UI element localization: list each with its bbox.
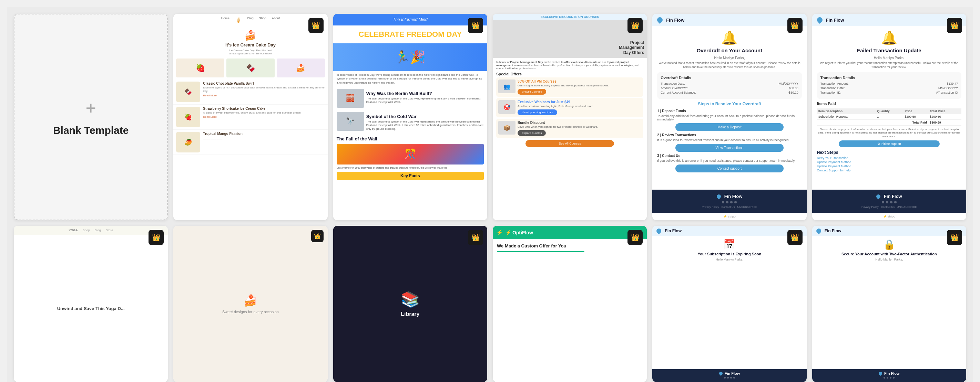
tfa-subtitle: Hello Marilyn Parks, (816, 258, 962, 261)
freedom-section-2-desc: The Wall became a symbol of the Cold War… (366, 120, 484, 131)
yoga-nav-blog: Blog (95, 228, 101, 232)
failed-stripo: ⚡ stripo (812, 213, 966, 220)
next-steps-title: Next Steps (817, 150, 961, 155)
freedom-day-template-card[interactable]: 👑 The Informed Mind CELEBRATE FREEDOM DA… (333, 14, 487, 220)
freedom-fall-title: The Fall of the Wall (337, 136, 484, 141)
next-step-3[interactable]: Update Payment Method (817, 165, 961, 168)
fin-flow-overdraft-card[interactable]: 👑 Fin Flow 🔔 Overdraft on Your Account H… (652, 14, 806, 220)
crown-badge-2fa: 👑 (947, 230, 962, 245)
yoga-template-card[interactable]: 👑 YOGA Shop Blog Store Unwind and Save T… (14, 226, 168, 382)
crown-badge-failed: 👑 (947, 18, 962, 33)
freedom-masthead: The Informed Mind (337, 17, 484, 22)
overdraft-subtitle: Hello Marilyn Parks, (657, 56, 802, 60)
crown-badge-subscription: 👑 (788, 230, 803, 245)
crown-badge: 👑 (148, 230, 164, 245)
ice-cream-item-3-desc: _____ ____ ____ (203, 136, 325, 139)
resolve-steps-title: Steps to Resolve Your Overdraft (657, 101, 802, 106)
next-step-2[interactable]: Update Payment Method (817, 160, 961, 164)
failed-logo: Fin Flow (826, 17, 844, 23)
blank-plus-icon: + (86, 98, 96, 118)
freedom-day-title: CELEBRATE FREEDOM DAY (337, 27, 484, 41)
pm-all-courses-btn[interactable]: See All Courses (559, 142, 581, 145)
items-total-row: Total Paid $300.99 (817, 119, 961, 125)
next-step-4[interactable]: Contact Support for help (817, 169, 961, 172)
ice-cream-item-2-desc: A blend of sweet strawberries, crispy cr… (203, 111, 325, 115)
library-label: Library (401, 311, 419, 317)
fin-flow-overdraft-logo: Fin Flow (666, 17, 684, 23)
failed-cta-btn[interactable]: ♻ Initiate support (877, 142, 901, 146)
project-management-template-card[interactable]: 👑 EXCLUSIVE DISCOUNTS ON COURSES Project… (493, 14, 647, 220)
freedom-section-2-title: Symbol of the Cold War (366, 114, 484, 119)
optiflow-brand: ⚡ OptiFlow (505, 230, 533, 235)
library-template-card[interactable]: 👑 📚 Library (333, 226, 487, 382)
subscription-title: Your Subscription is Expiring Soon (656, 252, 802, 257)
ice-cream-nav-home: Home (221, 16, 229, 23)
tfa-title: Secure Your Account with Two-Factor Auth… (816, 252, 962, 257)
failed-footer-logo: Fin Flow (884, 194, 902, 199)
crown-badge-pm: 👑 (627, 18, 643, 33)
failed-title: Failed Transaction Update (817, 48, 961, 53)
freedom-key-facts-label: Key Facts (338, 173, 482, 178)
ice-cream-item-1-title: Classic Chocolate Vanilla Swirl (203, 82, 325, 86)
ice-cream-subtitle: Ice Cream Cake Day! Find the best (176, 49, 325, 52)
crown-badge-freedom: 👑 (468, 18, 483, 33)
ice-cream-item-2-title: Strawberry Shortcake Ice Cream Cake (203, 107, 325, 111)
subscription-logo: Fin Flow (665, 228, 682, 233)
ice-cream-nav-blog: Blog (247, 16, 254, 23)
overdraft-footer-links: Privacy Policy · Contact Us · UNSUBSCRIB… (656, 206, 802, 209)
library-icon: 📚 (401, 290, 420, 308)
ice-cream-template-card[interactable]: 👑 Home 🍦 Blog Shop About 🍰 It's Ice Crea… (173, 14, 327, 220)
yoga-nav-shop: Shop (83, 228, 90, 232)
next-step-1[interactable]: Retry Your Transaction (817, 156, 961, 160)
ice-cream-item-3-title: Tropical Mango Passion (203, 132, 325, 136)
ice-cream-read-more-1[interactable]: Read More (203, 94, 325, 97)
items-table-row: Subscription Renewal 1 $200.50 $200.50 (817, 114, 961, 120)
two-factor-auth-card[interactable]: 👑 Fin Flow 🔒 Secure Your Account with Tw… (812, 226, 966, 382)
crown-badge-library: 👑 (468, 230, 483, 245)
ice-cream-hero-icon: 🍰 (176, 30, 325, 41)
freedom-section-1-title: Why Was the Berlin Wall Built? (366, 91, 484, 96)
ice-cream-nav-about: About (272, 16, 280, 23)
tfa-logo: Fin Flow (824, 228, 842, 233)
blank-template-card[interactable]: + Blank Template (14, 14, 168, 220)
crown-badge-optiflow: 👑 (627, 230, 643, 245)
overdraft-footer-logo: Fin Flow (724, 194, 743, 199)
yoga-nav-yoga: YOGA (68, 228, 78, 232)
overdraft-stripo: ⚡ stripo (652, 213, 806, 220)
crown-badge-ice-cream: 👑 (309, 18, 324, 33)
fin-flow-failed-card[interactable]: 👑 Fin Flow 🔔 Failed Transaction Update H… (812, 14, 966, 220)
failed-subtitle: Hello Marilyn Parks, (817, 56, 961, 60)
crown-badge-2b: 👑 (311, 230, 324, 242)
freedom-section-1-desc: The Wall became a symbol of the Cold War… (366, 97, 484, 104)
blank-template-label: Blank Template (53, 125, 129, 136)
subscription-expiring-card[interactable]: 👑 Fin Flow 📅 Your Subscription is Expiri… (652, 226, 806, 382)
crown-badge-overdraft: 👑 (788, 18, 803, 33)
ice-cream-item-1-desc: Dive into layers of rich chocolate cake … (203, 86, 325, 93)
optiflow-subtitle: We Made a Custom Offer for You (497, 243, 643, 249)
optiflow-template-card[interactable]: 👑 ⚡ ⚡ OptiFlow We Made a Custom Offer fo… (493, 226, 647, 382)
subscription-subtitle: Hello Marilyn Parks, (656, 258, 802, 261)
failed-footer-links: Privacy Policy · Contact Us · UNSUBSCRIB… (816, 206, 962, 209)
secondary-template-card-2[interactable]: 👑 🍰 Sweet designs for every occasion (173, 226, 327, 382)
yoga-nav-store: Store (106, 228, 113, 232)
pm-exclusive-banner: EXCLUSIVE DISCOUNTS ON COURSES (493, 14, 647, 20)
overdraft-title: Overdraft on Your Account (657, 48, 802, 53)
ice-cream-hero-title: It's Ice Cream Cake Day (176, 42, 325, 48)
ice-cream-nav-shop: Shop (259, 16, 266, 23)
ice-cream-read-more-2[interactable]: Read More (203, 115, 325, 118)
yoga-template-text: Unwind and Save This Yoga D... (57, 306, 125, 311)
